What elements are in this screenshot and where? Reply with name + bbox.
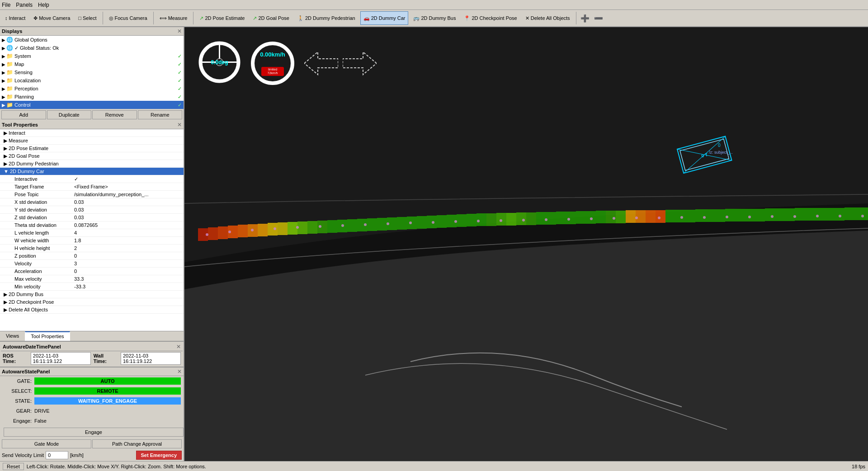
tool-add[interactable]: ➕ xyxy=(579,11,591,25)
reset-button[interactable]: Reset xyxy=(3,463,24,470)
svg-rect-44 xyxy=(626,210,636,223)
status-icon: 🌐 xyxy=(6,45,13,51)
engage-button[interactable]: Engage xyxy=(4,428,184,437)
velocity-input[interactable] xyxy=(46,451,68,459)
tool-select[interactable]: □ Select xyxy=(75,11,99,25)
svg-rect-3 xyxy=(218,226,228,239)
expand-arrow-icon: ▶ xyxy=(4,292,9,297)
tool-interact[interactable]: ↕ Interact xyxy=(2,11,28,25)
prop-pose-topic[interactable]: Pose Topic /simulation/dummy_perception_… xyxy=(0,191,184,198)
display-item-localization[interactable]: ▶ 📁 Localization ✓ xyxy=(0,76,184,85)
svg-rect-34 xyxy=(526,212,536,225)
svg-rect-12 xyxy=(307,221,317,234)
prop-delete-all[interactable]: ▶ Delete All Objects xyxy=(0,306,184,314)
prop-theta-std[interactable]: Theta std deviation 0.0872665 xyxy=(0,221,184,229)
display-item-map[interactable]: ▶ 📁 Map ✓ xyxy=(0,60,184,68)
emergency-button[interactable]: Set Emergency xyxy=(136,451,182,460)
state-close-icon[interactable]: ✕ xyxy=(177,368,182,375)
svg-rect-27 xyxy=(457,214,467,227)
menu-help[interactable]: Help xyxy=(38,2,49,8)
menu-file[interactable]: File xyxy=(2,2,10,8)
svg-point-89 xyxy=(680,216,683,219)
tool-dummy-car[interactable]: 🚗 2D Dummy Car xyxy=(360,11,409,25)
folder-icon: 📁 xyxy=(6,53,13,59)
path-change-button[interactable]: Path Change Approval xyxy=(92,439,182,448)
tool-goal-pose[interactable]: ↗ 2D Goal Pose xyxy=(250,11,292,25)
svg-rect-18 xyxy=(367,218,377,231)
speed-value: 0.00km/h xyxy=(260,51,285,58)
tool-props-close-icon[interactable]: ✕ xyxy=(177,122,182,128)
statusbar: Reset Left-Click: Rotate. Middle-Click: … xyxy=(0,461,868,471)
prop-z-pos[interactable]: Z position 0 xyxy=(0,252,184,260)
prop-velocity[interactable]: Velocity 3 xyxy=(0,260,184,268)
display-item-system[interactable]: ▶ 📁 System ✓ xyxy=(0,52,184,60)
tool-delete-all[interactable]: ✕ Delete All Objects xyxy=(522,11,573,25)
main-view[interactable]: 0 T 0 /z: subject_... xyxy=(184,27,868,461)
datetime-close-icon[interactable]: ✕ xyxy=(176,344,181,350)
duplicate-button[interactable]: Duplicate xyxy=(47,110,92,119)
prop-checkpoint-pose[interactable]: ▶ 2D Checkpoint Pose xyxy=(0,298,184,306)
rename-button[interactable]: Rename xyxy=(138,110,183,119)
tool-focus-camera[interactable]: ◎ Focus Camera xyxy=(106,11,151,25)
tab-views[interactable]: Views xyxy=(0,331,25,341)
tab-tool-properties[interactable]: Tool Properties xyxy=(25,331,70,341)
svg-rect-29 xyxy=(476,213,486,226)
prop-w-vehicle[interactable]: W vehicle width 1.8 xyxy=(0,237,184,245)
prop-dummy-car[interactable]: ▼ 2D Dummy Car xyxy=(0,168,184,175)
gate-mode-button[interactable]: Gate Mode xyxy=(2,439,91,448)
svg-point-70 xyxy=(251,229,254,231)
display-item-global-options[interactable]: ▶ 🌐 Global Options xyxy=(0,36,184,44)
tool-measure[interactable]: ⟺ Measure xyxy=(156,11,191,25)
prop-goal-pose[interactable]: ▶ 2D Goal Pose xyxy=(0,152,184,160)
display-item-perception[interactable]: ▶ 📁 Perception ✓ xyxy=(0,85,184,93)
checkpoint-pose-icon: 📍 xyxy=(464,15,470,21)
display-item-control[interactable]: ▶ 📁 Control ✓ xyxy=(0,101,184,109)
prop-max-velocity[interactable]: Max velocity 33.3 xyxy=(0,275,184,283)
svg-rect-32 xyxy=(506,213,516,226)
expand-arrow-icon: ▶ xyxy=(4,153,9,159)
svg-rect-54 xyxy=(725,209,735,221)
tool-minus[interactable]: ➖ xyxy=(593,11,604,25)
tool-dummy-pedestrian[interactable]: 🚶 2D Dummy Pedestrian xyxy=(294,11,359,25)
prop-dummy-pedestrian[interactable]: ▶ 2D Dummy Pedestrian xyxy=(0,160,184,168)
displays-close-icon[interactable]: ✕ xyxy=(177,28,182,34)
prop-acceleration[interactable]: Acceleration 0 xyxy=(0,268,184,275)
check-icon: ✓ xyxy=(178,94,182,100)
svg-marker-115 xyxy=(343,52,377,75)
svg-rect-33 xyxy=(516,212,526,225)
svg-text:0: 0 xyxy=(718,143,721,148)
prop-h-vehicle[interactable]: H vehicle height 2 xyxy=(0,245,184,252)
arrow-icon: ▶ xyxy=(2,38,6,42)
prop-min-velocity[interactable]: Min velocity -33.3 xyxy=(0,283,184,291)
display-item-global-status[interactable]: ▶ 🌐 ✓ Global Status: Ok xyxy=(0,44,184,52)
select-value: REMOTE xyxy=(34,387,181,395)
prop-z-std[interactable]: Z std deviation 0.03 xyxy=(0,214,184,221)
prop-target-frame[interactable]: Target Frame <Fixed Frame> xyxy=(0,183,184,191)
menu-panels[interactable]: Panels xyxy=(16,2,33,8)
prop-y-std[interactable]: Y std deviation 0.03 xyxy=(0,206,184,214)
prop-interact[interactable]: ▶ Interact xyxy=(0,129,184,137)
prop-interactive[interactable]: Interactive ✓ xyxy=(0,175,184,183)
datetime-header: AutowareDateTimePanel ✕ xyxy=(1,343,183,351)
folder-icon: 📁 xyxy=(6,94,13,100)
tool-dummy-bus[interactable]: 🚌 2D Dummy Bus xyxy=(410,11,459,25)
remove-button[interactable]: Remove xyxy=(92,110,137,119)
prop-dummy-bus[interactable]: ▶ 2D Dummy Bus xyxy=(0,291,184,298)
svg-text:limited: limited xyxy=(268,68,277,71)
tool-checkpoint-pose[interactable]: 📍 2D Checkpoint Pose xyxy=(461,11,520,25)
prop-pose-estimate[interactable]: ▶ 2D Pose Estimate xyxy=(0,145,184,152)
tab-bar: Views Tool Properties xyxy=(0,331,184,341)
prop-l-vehicle[interactable]: L vehicle length 4 xyxy=(0,229,184,237)
expand-arrow-icon: ▶ xyxy=(4,146,9,151)
display-item-sensing[interactable]: ▶ 📁 Sensing ✓ xyxy=(0,68,184,76)
svg-rect-53 xyxy=(715,209,725,222)
svg-rect-63 xyxy=(815,208,825,221)
display-item-planning[interactable]: ▶ 📁 Planning ✓ xyxy=(0,93,184,101)
folder-icon: 📁 xyxy=(6,69,13,75)
svg-marker-114 xyxy=(304,52,338,75)
prop-measure[interactable]: ▶ Measure xyxy=(0,137,184,145)
add-button[interactable]: Add xyxy=(1,110,46,119)
prop-x-std[interactable]: X std deviation 0.03 xyxy=(0,198,184,206)
tool-pose-estimate[interactable]: ↗ 2D Pose Estimate xyxy=(196,11,248,25)
tool-move-camera[interactable]: ✥ Move Camera xyxy=(30,11,73,25)
